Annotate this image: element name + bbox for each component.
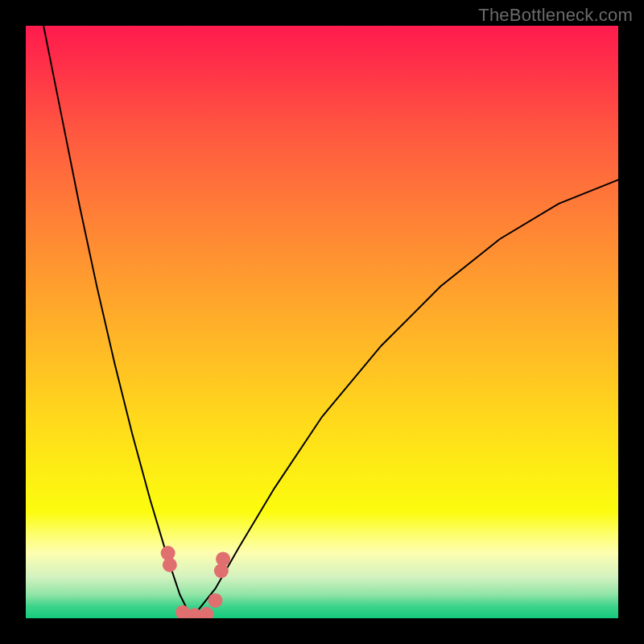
bottleneck-curve <box>43 26 618 618</box>
plot-area <box>26 26 618 618</box>
chart-frame: TheBottleneck.com <box>0 0 644 644</box>
curve-right-branch <box>192 180 618 618</box>
curve-layer <box>26 26 618 618</box>
gpu-marker <box>208 593 223 608</box>
gpu-marker <box>216 551 230 566</box>
gpu-marker <box>199 607 213 618</box>
curve-left-branch <box>43 26 192 618</box>
watermark-text: TheBottleneck.com <box>478 5 633 26</box>
gpu-marker <box>163 558 177 572</box>
